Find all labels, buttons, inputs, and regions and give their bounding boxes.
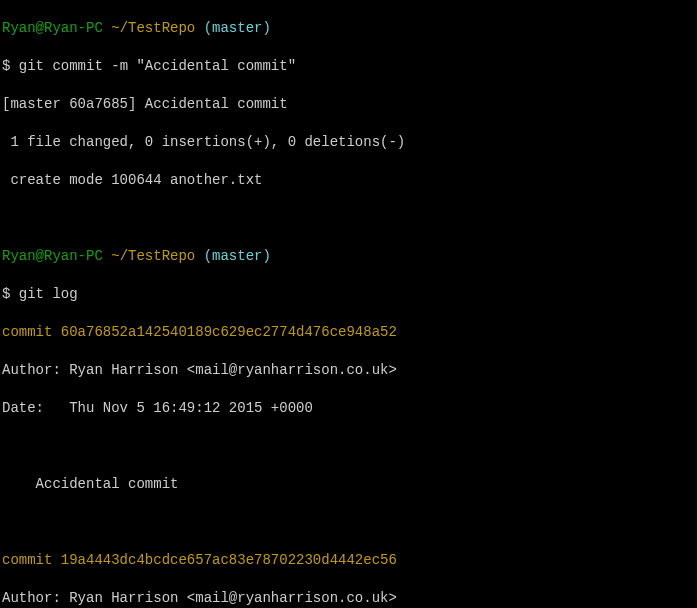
path: ~/TestRepo [103,20,195,36]
commit-author: Author: Ryan Harrison <mail@ryanharrison… [2,589,695,608]
branch: (master) [195,20,271,36]
commit-hash: commit 19a4443dc4bcdce657ac83e78702230d4… [2,551,695,570]
output-line: create mode 100644 another.txt [2,171,695,190]
commit-hash: commit 60a76852a142540189c629ec2774d476c… [2,323,695,342]
user-host: Ryan@Ryan-PC [2,20,103,36]
output-line: 1 file changed, 0 insertions(+), 0 delet… [2,133,695,152]
prompt-line: Ryan@Ryan-PC ~/TestRepo (master) [2,19,695,38]
command-text: git commit -m "Accidental commit" [19,58,296,74]
commit-date: Date: Thu Nov 5 16:49:12 2015 +0000 [2,399,695,418]
command-text: git log [19,286,78,302]
prompt-symbol: $ [2,58,19,74]
path: ~/TestRepo [103,248,195,264]
output-line: [master 60a7685] Accidental commit [2,95,695,114]
terminal-output[interactable]: Ryan@Ryan-PC ~/TestRepo (master) $ git c… [0,0,697,608]
command-line: $ git log [2,285,695,304]
commit-author: Author: Ryan Harrison <mail@ryanharrison… [2,361,695,380]
commit-message: Accidental commit [2,475,695,494]
prompt-symbol: $ [2,286,19,302]
user-host: Ryan@Ryan-PC [2,248,103,264]
blank-line [2,437,695,456]
blank-line [2,209,695,228]
blank-line [2,513,695,532]
prompt-line: Ryan@Ryan-PC ~/TestRepo (master) [2,247,695,266]
command-line: $ git commit -m "Accidental commit" [2,57,695,76]
branch: (master) [195,248,271,264]
